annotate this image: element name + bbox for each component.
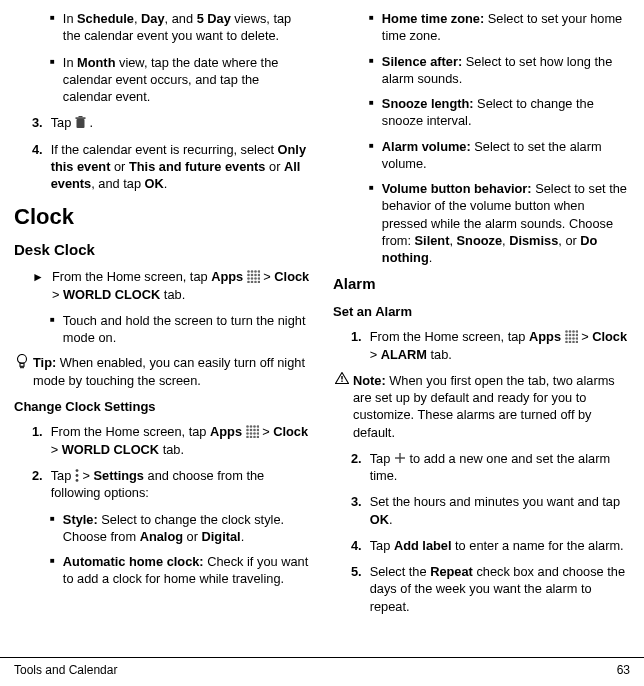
bullet-marker: ■ bbox=[50, 13, 55, 45]
svg-point-26 bbox=[246, 429, 249, 432]
svg-point-49 bbox=[565, 337, 568, 340]
svg-point-29 bbox=[256, 429, 258, 432]
heading-alarm: Alarm bbox=[333, 274, 630, 294]
svg-point-50 bbox=[568, 337, 571, 340]
step-number: 3. bbox=[351, 493, 362, 528]
text: Home time zone: Select to set your home … bbox=[382, 10, 630, 45]
lightbulb-icon bbox=[16, 354, 28, 369]
svg-point-17 bbox=[254, 281, 257, 283]
text: If the calendar event is recurring, sele… bbox=[51, 141, 311, 193]
text: Alarm volume: Select to set the alarm vo… bbox=[382, 138, 630, 173]
alarm-step-4: 4. Tap Add label to enter a name for the… bbox=[351, 537, 630, 554]
svg-point-47 bbox=[572, 334, 575, 337]
text: From the Home screen, tap Apps bbox=[52, 269, 247, 284]
text: From the Home screen, tap Apps bbox=[51, 424, 246, 439]
plus-icon bbox=[394, 452, 406, 464]
text: Silence after: Select to set how long th… bbox=[382, 53, 630, 88]
step-3: 3. Tap . bbox=[32, 114, 311, 131]
heading-clock: Clock bbox=[14, 202, 311, 232]
svg-point-53 bbox=[565, 341, 568, 343]
svg-point-11 bbox=[247, 278, 250, 281]
svg-point-45 bbox=[565, 334, 568, 337]
trash-icon bbox=[75, 116, 86, 129]
svg-point-41 bbox=[565, 330, 568, 333]
svg-point-51 bbox=[572, 337, 575, 340]
heading-change-clock-settings: Change Clock Settings bbox=[14, 398, 311, 416]
text: In Month view, tap the date where the ca… bbox=[63, 54, 311, 106]
list-item: ■ In Month view, tap the date where the … bbox=[50, 54, 311, 106]
text: Tap . bbox=[51, 114, 311, 131]
svg-point-6 bbox=[257, 271, 259, 274]
svg-point-46 bbox=[568, 334, 571, 337]
list-item: ■ Automatic home clock: Check if you wan… bbox=[50, 553, 311, 588]
alarm-step-5: 5. Select the Repeat check box and choos… bbox=[351, 563, 630, 615]
list-item: ■ In Schedule, Day, and 5 Day views, tap… bbox=[50, 10, 311, 45]
alarm-step-3: 3. Set the hours and minutes you want an… bbox=[351, 493, 630, 528]
text: From the Home screen, tap Apps > Clock >… bbox=[52, 268, 311, 303]
list-item: ■ Style: Select to change the clock styl… bbox=[50, 511, 311, 546]
svg-point-12 bbox=[250, 278, 253, 281]
text: Select the Repeat check box and choose t… bbox=[370, 563, 630, 615]
text: Tap bbox=[51, 115, 75, 130]
bullet-marker: ■ bbox=[369, 141, 374, 173]
svg-point-28 bbox=[253, 429, 256, 432]
svg-point-55 bbox=[572, 341, 575, 343]
bullet-marker: ■ bbox=[369, 13, 374, 45]
bullet-marker: ■ bbox=[369, 98, 374, 130]
svg-point-43 bbox=[572, 330, 575, 333]
text: Set the hours and minutes you want and t… bbox=[370, 493, 630, 528]
text: Tap Add label to enter a name for the al… bbox=[370, 537, 630, 554]
text: From the Home screen, tap Apps bbox=[370, 329, 565, 344]
svg-point-24 bbox=[253, 426, 256, 429]
step-2: 2. Tap > Settings and choose from the fo… bbox=[32, 467, 311, 502]
text: From the Home screen, tap Apps > Clock >… bbox=[370, 328, 630, 363]
note-row: Note: When you first open the tab, two a… bbox=[335, 372, 630, 441]
svg-point-48 bbox=[575, 334, 577, 337]
right-column: ■ Home time zone: Select to set your hom… bbox=[333, 10, 630, 654]
alarm-step-1: 1. From the Home screen, tap Apps > Cloc… bbox=[351, 328, 630, 363]
triangle-marker: ► bbox=[32, 269, 44, 303]
svg-point-4 bbox=[250, 271, 253, 274]
warning-icon bbox=[335, 372, 349, 384]
step-number: 3. bbox=[32, 114, 43, 131]
step-number: 4. bbox=[32, 141, 43, 193]
svg-point-27 bbox=[249, 429, 252, 432]
text: Tip: When enabled, you can easily turn o… bbox=[33, 354, 311, 389]
text: . bbox=[89, 115, 93, 130]
bullet-marker: ■ bbox=[50, 514, 55, 546]
text: In Schedule, Day, and 5 Day views, tap t… bbox=[63, 10, 311, 45]
text: to add a new one and set the alarm time. bbox=[370, 451, 610, 483]
step-number: 2. bbox=[32, 467, 43, 502]
svg-point-40 bbox=[75, 479, 78, 482]
svg-point-25 bbox=[256, 426, 258, 429]
page-footer: Tools and Calendar 63 bbox=[0, 657, 644, 686]
text: Volume button behavior: Select to set th… bbox=[382, 180, 630, 266]
page-number: 63 bbox=[617, 662, 630, 678]
apps-grid-icon bbox=[247, 270, 260, 283]
text: Tap > Settings and choose from the follo… bbox=[51, 467, 311, 502]
text: Automatic home clock: Check if you want … bbox=[63, 553, 311, 588]
svg-point-3 bbox=[247, 271, 250, 274]
bullet-marker: ■ bbox=[50, 57, 55, 106]
svg-point-42 bbox=[568, 330, 571, 333]
list-item: ■ Alarm volume: Select to set the alarm … bbox=[369, 138, 630, 173]
svg-rect-1 bbox=[75, 118, 85, 120]
text: Note: When you first open the tab, two a… bbox=[353, 372, 630, 441]
bullet-marker: ■ bbox=[369, 183, 374, 266]
text: Touch and hold the screen to turn the ni… bbox=[63, 312, 311, 347]
svg-point-39 bbox=[75, 474, 78, 477]
left-column: ■ In Schedule, Day, and 5 Day views, tap… bbox=[14, 10, 311, 654]
apps-grid-icon bbox=[565, 330, 578, 343]
list-item: ■ Touch and hold the screen to turn the … bbox=[50, 312, 311, 347]
page-body: ■ In Schedule, Day, and 5 Day views, tap… bbox=[0, 0, 644, 654]
svg-point-34 bbox=[246, 436, 249, 438]
svg-point-44 bbox=[575, 330, 577, 333]
text: > Settings and choose from the following… bbox=[51, 468, 265, 500]
svg-point-33 bbox=[256, 433, 258, 436]
step-1: 1. From the Home screen, tap Apps > Cloc… bbox=[32, 423, 311, 458]
svg-rect-59 bbox=[341, 380, 342, 381]
bullet-marker: ■ bbox=[50, 556, 55, 588]
list-item: ■ Silence after: Select to set how long … bbox=[369, 53, 630, 88]
svg-point-5 bbox=[254, 271, 257, 274]
svg-rect-0 bbox=[76, 119, 84, 128]
